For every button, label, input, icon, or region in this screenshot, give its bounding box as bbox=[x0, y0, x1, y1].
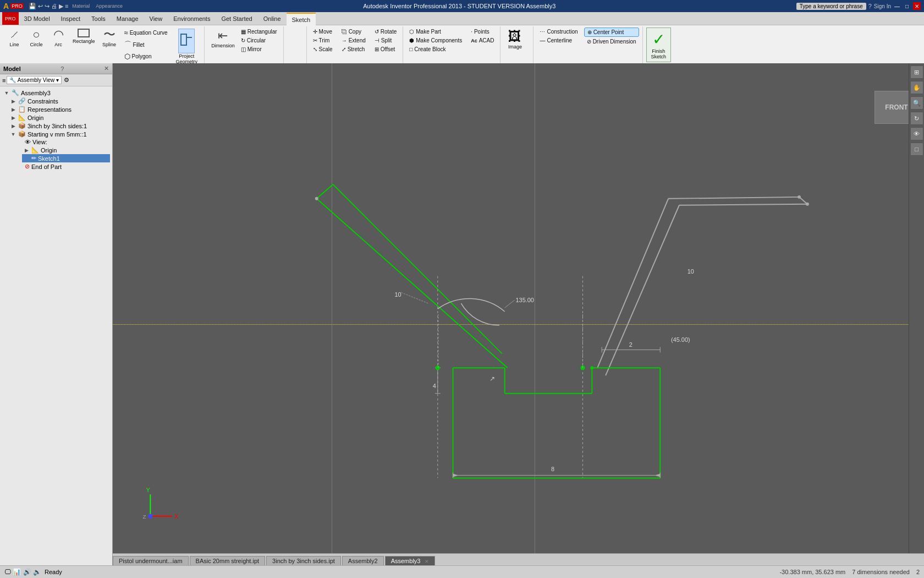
mirror-button[interactable]: ◫ Mirror bbox=[238, 45, 280, 53]
offset-icon: ⊞ bbox=[375, 46, 379, 52]
svg-marker-20 bbox=[654, 473, 660, 477]
polygon-button[interactable]: ⬡ Polygon bbox=[122, 51, 170, 62]
circular-button[interactable]: ↻ Circular bbox=[238, 36, 280, 45]
search-box[interactable]: Type a keyword or phrase bbox=[796, 3, 866, 10]
tab-manage[interactable]: Manage bbox=[111, 12, 144, 25]
image-button[interactable]: 🖼 Image bbox=[504, 28, 526, 51]
svg-line-8 bbox=[505, 300, 515, 308]
tree-item-view[interactable]: 👁 View: bbox=[15, 138, 110, 146]
tree-item-representations[interactable]: ▶ 📋 Representations bbox=[9, 105, 110, 113]
maximize-btn[interactable]: □ bbox=[903, 2, 911, 10]
driven-dimension-button[interactable]: ⊘ Driven Dimension bbox=[584, 37, 639, 46]
spline-button[interactable]: 〜 Spline bbox=[98, 28, 120, 48]
move-button[interactable]: ✛ Move bbox=[310, 28, 336, 36]
project-geometry-label: ProjectGeometry bbox=[176, 53, 198, 64]
rotate-button[interactable]: ↺ Rotate bbox=[372, 28, 399, 36]
tab-get-started[interactable]: Get Started bbox=[216, 12, 257, 25]
make-components-button[interactable]: ⬢ Make Components bbox=[406, 36, 465, 45]
bottom-tabs: Pistol undermount...iam BAsic 20mm strei… bbox=[113, 553, 924, 565]
tab-basic20[interactable]: BAsic 20mm streight.ipt bbox=[190, 556, 266, 565]
copy-button[interactable]: ⿻ Copy bbox=[339, 28, 369, 36]
tree-item-origin[interactable]: ▶ 📐 Origin bbox=[9, 113, 110, 122]
tree-item-constraints[interactable]: ▶ 🔗 Constraints bbox=[9, 97, 110, 105]
image-label: Image bbox=[508, 44, 522, 50]
tree-item-assembly3[interactable]: ▼ 🔧 Assembly3 bbox=[2, 89, 110, 97]
make-part-button[interactable]: ⬡ Make Part bbox=[406, 28, 465, 36]
3inch-label: 3inch by 3inch sides:1 bbox=[28, 123, 87, 129]
starting-label: Starting v mm 5mm::1 bbox=[28, 131, 87, 138]
fillet-button[interactable]: ⌒ Fillet bbox=[122, 39, 170, 51]
tree-item-sketch1[interactable]: ✏ Sketch1 bbox=[22, 154, 110, 162]
trim-button[interactable]: ✂ Trim bbox=[310, 36, 336, 45]
quick-access-icons[interactable]: 💾 ↩ ↪ 🖨 ▶ ≡ bbox=[29, 3, 69, 10]
tab-sketch[interactable]: Sketch bbox=[287, 13, 316, 25]
tab-pistol[interactable]: Pistol undermount...iam bbox=[113, 556, 189, 565]
expander-origin2: ▶ bbox=[23, 148, 30, 153]
arc-button[interactable]: ◠ Arc bbox=[47, 28, 69, 48]
dim-45-label: (45.00) bbox=[671, 336, 690, 343]
finish-sketch-button[interactable]: ✓ FinishSketch bbox=[646, 28, 672, 62]
view-dropdown[interactable]: 🔧 Assembly View ▾ bbox=[7, 76, 62, 84]
construction-button[interactable]: ⋯ Construction bbox=[537, 28, 580, 36]
origin-icon: 📐 bbox=[18, 114, 26, 121]
tab-pro[interactable]: PRO bbox=[2, 12, 19, 25]
tab-assembly3[interactable]: Assembly3 ✕ bbox=[385, 556, 435, 565]
tab-online[interactable]: Online bbox=[258, 12, 287, 25]
tab-inspect[interactable]: Inspect bbox=[56, 12, 86, 25]
tab-3d-model[interactable]: 3D Model bbox=[19, 12, 56, 25]
points-button[interactable]: · Points bbox=[468, 28, 497, 36]
construction-icon: ⋯ bbox=[540, 29, 545, 35]
tree-item-3inch[interactable]: ▶ 📦 3inch by 3inch sides:1 bbox=[9, 122, 110, 130]
dimension-button[interactable]: ⇤ Dimension bbox=[208, 28, 238, 50]
extend-icon: → bbox=[342, 37, 347, 43]
acad-button[interactable]: Ac ACAD bbox=[468, 36, 497, 45]
rectangular-icon: ▦ bbox=[241, 29, 246, 35]
tab-3inch-label: 3inch by 3inch sides.ipt bbox=[272, 558, 335, 564]
line-button[interactable]: ⟋ Line bbox=[3, 28, 25, 48]
tab-view[interactable]: View bbox=[144, 12, 168, 25]
fillet-icon: ⌒ bbox=[124, 40, 131, 50]
stretch-icon: ⤢ bbox=[342, 46, 346, 52]
tab-tools[interactable]: Tools bbox=[86, 12, 111, 25]
panel-close-icon[interactable]: ✕ bbox=[104, 65, 109, 72]
tree-item-origin2[interactable]: ▶ 📐 Origin bbox=[22, 146, 110, 154]
centerline-label: Centerline bbox=[547, 37, 572, 43]
tab-assembly2[interactable]: Assembly2 bbox=[342, 556, 384, 565]
rectangular-button[interactable]: ▦ Rectangular bbox=[238, 28, 280, 36]
origin-label: Origin bbox=[28, 114, 43, 121]
tab-environments[interactable]: Environments bbox=[168, 12, 216, 25]
dim-4-label: 4 bbox=[433, 383, 436, 389]
create-block-button[interactable]: □ Create Block bbox=[406, 45, 465, 53]
scale-button[interactable]: ⤡ Scale bbox=[310, 45, 336, 53]
project-geometry-button[interactable]: ProjectGeometry bbox=[173, 28, 201, 66]
window-title: Autodesk Inventor Professional 2013 - ST… bbox=[123, 3, 796, 9]
minimize-btn[interactable]: — bbox=[893, 2, 901, 10]
help-icon[interactable]: ? bbox=[868, 3, 872, 9]
extend-button[interactable]: → Extend bbox=[339, 36, 369, 45]
centerline-button[interactable]: — Centerline bbox=[537, 36, 580, 45]
tab-assembly3-close[interactable]: ✕ bbox=[425, 559, 429, 564]
tree-item-starting[interactable]: ▼ 📦 Starting v mm 5mm::1 bbox=[9, 130, 110, 138]
make-components-label: Make Components bbox=[416, 37, 462, 43]
title-bar-right[interactable]: Type a keyword or phrase ? Sign In — □ ✕ bbox=[796, 2, 921, 10]
sketch1-icon: ✏ bbox=[31, 155, 36, 162]
tab-3inch[interactable]: 3inch by 3inch sides.ipt bbox=[266, 556, 341, 565]
angle-arc bbox=[438, 298, 505, 312]
settings-icon[interactable]: ⚙ bbox=[64, 77, 69, 84]
split-button[interactable]: ⊣ Split bbox=[372, 36, 399, 45]
dim-135-label: 135.00 bbox=[516, 297, 534, 303]
circle-button[interactable]: ○ Circle bbox=[25, 28, 47, 48]
sign-in[interactable]: Sign In bbox=[874, 3, 891, 9]
close-btn[interactable]: ✕ bbox=[913, 2, 921, 10]
equation-curve-button[interactable]: ≈ Equation Curve bbox=[122, 28, 170, 38]
statusbar-left: 🖵 📊 🔊 🔈 Ready bbox=[4, 568, 62, 576]
svg-rect-0 bbox=[181, 34, 186, 45]
offset-button[interactable]: ⊞ Offset bbox=[372, 45, 399, 53]
stretch-button[interactable]: ⤢ Stretch bbox=[339, 45, 369, 53]
tree-item-end-of-part[interactable]: ⊘ End of Part bbox=[15, 162, 110, 171]
rectangular-label: Rectangular bbox=[248, 29, 277, 35]
panel-help-icon[interactable]: ? bbox=[61, 66, 64, 72]
rectangle-button[interactable]: Rectangle bbox=[69, 28, 98, 45]
main-canvas[interactable]: FRONT ⊞ ✋ 🔍 ↻ 👁 □ X Y Z bbox=[113, 63, 924, 565]
center-point-button[interactable]: ⊕ Center Point bbox=[584, 28, 639, 37]
